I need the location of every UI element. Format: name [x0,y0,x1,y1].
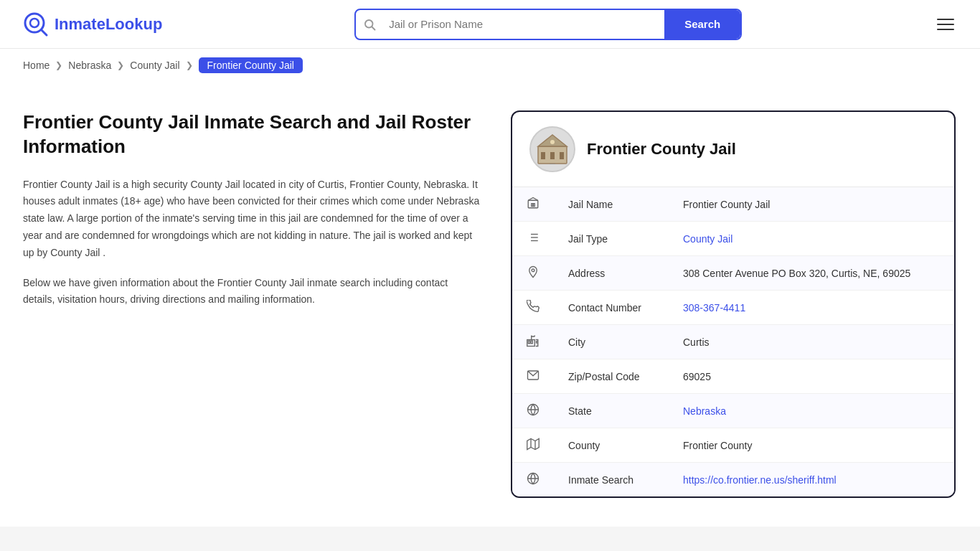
table-row: CityCurtis [512,325,954,359]
map-icon [512,428,554,463]
breadcrumb-sep-1: ❯ [55,60,62,70]
svg-rect-11 [550,164,555,164]
menu-icon [937,29,954,30]
field-link[interactable]: County Jail [683,233,732,245]
breadcrumb-home[interactable]: Home [23,60,50,71]
field-label: Jail Name [554,187,669,222]
breadcrumb-current: Frontier County Jail [199,57,303,73]
card-title: Frontier County Jail [587,140,736,159]
field-label: Jail Type [554,222,669,256]
field-link[interactable]: Nebraska [683,405,726,417]
breadcrumb-sep-3: ❯ [186,60,193,70]
field-link[interactable]: 308-367-4411 [683,302,745,314]
menu-button[interactable] [934,16,957,33]
table-row: Jail NameFrontier County Jail [512,187,954,222]
svg-line-4 [372,27,375,29]
info-table: Jail NameFrontier County JailJail TypeCo… [512,187,954,496]
breadcrumb: Home ❯ Nebraska ❯ County Jail ❯ Frontier… [0,49,980,82]
field-value: Curtis [669,325,954,359]
svg-rect-25 [531,341,532,344]
field-label: State [554,394,669,428]
jail-avatar [529,126,575,172]
city-icon [512,325,554,359]
table-row: Inmate Searchhttps://co.frontier.ne.us/s… [512,463,954,497]
field-value: Frontier County [669,428,954,463]
table-row: Zip/Postal Code69025 [512,359,954,394]
breadcrumb-type[interactable]: County Jail [130,60,179,71]
info-card: Frontier County Jail Jail NameFrontier C… [511,110,956,498]
field-link[interactable]: https://co.frontier.ne.us/sheriff.html [683,474,837,486]
search-icon [356,18,383,31]
table-row: StateNebraska [512,394,954,428]
field-value[interactable]: https://co.frontier.ne.us/sheriff.html [669,463,954,497]
table-row: Contact Number308-367-4411 [512,291,954,325]
field-value: Frontier County Jail [669,187,954,222]
menu-icon [937,19,954,20]
svg-point-3 [365,20,373,28]
logo[interactable]: InmateLookup [23,11,162,37]
left-panel: Frontier County Jail Inmate Search and J… [23,110,482,498]
breadcrumb-state[interactable]: Nebraska [68,60,111,71]
menu-icon [937,24,954,25]
field-label: County [554,428,669,463]
svg-rect-24 [528,341,529,344]
card-header: Frontier County Jail [512,112,954,187]
header: InmateLookup Search [0,0,980,49]
search-button[interactable]: Search [664,10,740,39]
page-title: Frontier County Jail Inmate Search and J… [23,110,482,159]
field-value: 308 Center Avenue PO Box 320, Curtis, NE… [669,256,954,291]
field-value[interactable]: Nebraska [669,394,954,428]
main-content: Frontier County Jail Inmate Search and J… [0,82,980,527]
svg-marker-30 [527,439,540,450]
jail-building-icon [535,132,570,166]
field-value[interactable]: 308-367-4411 [669,291,954,325]
pin-icon [512,256,554,291]
description-2: Below we have given information about th… [23,275,482,309]
svg-point-10 [550,140,555,144]
svg-rect-26 [537,342,538,343]
building-icon [512,187,554,222]
field-label: City [554,325,669,359]
table-row: CountyFrontier County [512,428,954,463]
field-label: Zip/Postal Code [554,359,669,394]
mail-icon [512,359,554,394]
search-input[interactable] [383,10,664,39]
list-icon [512,222,554,256]
search-bar: Search [354,9,742,40]
svg-rect-7 [550,152,555,159]
field-label: Inmate Search [554,463,669,497]
description-1: Frontier County Jail is a high security … [23,176,482,262]
svg-point-1 [30,19,39,27]
svg-rect-6 [541,152,545,159]
phone-icon [512,291,554,325]
globe-icon [512,394,554,428]
svg-rect-8 [560,152,564,159]
field-value[interactable]: County Jail [669,222,954,256]
field-value: 69025 [669,359,954,394]
logo-text: InmateLookup [55,15,162,34]
svg-line-2 [42,30,47,35]
footer [0,527,980,551]
breadcrumb-sep-2: ❯ [117,60,124,70]
svg-point-22 [532,269,534,272]
logo-icon [23,11,49,37]
svg-rect-15 [533,204,534,207]
table-row: Jail TypeCounty Jail [512,222,954,256]
field-label: Contact Number [554,291,669,325]
globe2-icon [512,463,554,497]
field-label: Address [554,256,669,291]
table-row: Address308 Center Avenue PO Box 320, Cur… [512,256,954,291]
